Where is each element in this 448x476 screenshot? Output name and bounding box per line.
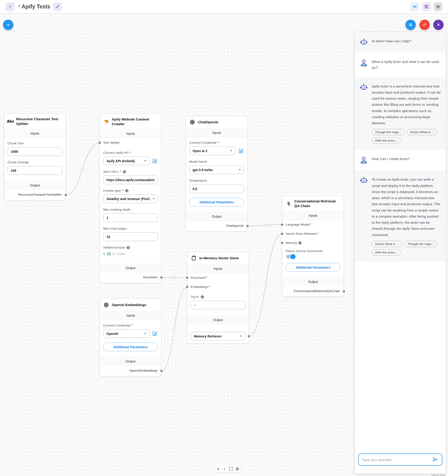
source-chip[interactable]: Though the majo... — [404, 241, 437, 247]
output-handle[interactable] — [160, 276, 162, 279]
chunk-overlap-input[interactable] — [11, 169, 59, 172]
output-handle-row: OpenAIEmbeddings — [100, 366, 161, 376]
clear-chat-button[interactable] — [420, 20, 430, 30]
edge-delete-button[interactable]: × — [264, 283, 267, 287]
max-crawl-pages-input[interactable] — [106, 235, 155, 239]
message-text: How Can I create Actor? — [372, 156, 441, 162]
chevron-down-icon — [144, 333, 146, 334]
field-label: Connect Credential* — [189, 141, 244, 144]
message-text: What is Apify Actor and what it can be u… — [372, 59, 441, 71]
additional-parameters-button[interactable]: Additional Parameters — [286, 263, 340, 272]
output-handle[interactable] — [65, 194, 67, 196]
save-flow-button[interactable] — [422, 2, 431, 11]
chevron-down-icon — [153, 198, 155, 199]
field-label: Top Ki — [191, 295, 245, 299]
info-icon: i — [298, 241, 302, 244]
chat-question-input[interactable] — [362, 458, 429, 462]
edit-icon — [238, 148, 244, 153]
output-handle[interactable] — [246, 225, 249, 227]
field-label: Return Source Documents — [286, 249, 340, 253]
field-label: Temperature — [189, 179, 244, 182]
source-chip[interactable]: After the actor... — [372, 137, 401, 144]
apify-credential-select[interactable]: Apify API drobnikj — [103, 157, 150, 165]
user-avatar-icon — [359, 59, 368, 67]
lock-icon — [235, 467, 239, 471]
edit-title-button[interactable] — [53, 2, 62, 11]
temperature-input[interactable] — [193, 187, 241, 191]
output-section-label: Output — [100, 264, 161, 272]
output-handle-row: Document — [100, 272, 161, 283]
node-recursive-text-splitter[interactable]: Abc Recursive Character Text Splitter In… — [4, 113, 66, 200]
page-title: Apify Tests — [22, 4, 50, 10]
node-title: Recursive Character Text Splitter — [16, 117, 62, 126]
pencil-icon — [55, 5, 60, 9]
input-handle[interactable] — [281, 233, 283, 235]
model-name-select[interactable]: gpt-3.5-turbo — [189, 165, 244, 174]
output-handle[interactable] — [248, 335, 250, 337]
output-type-select[interactable]: Memory Retriever — [191, 332, 245, 340]
json-expand-icon[interactable]: ▶ — [104, 253, 105, 255]
zoom-in-button[interactable]: + — [215, 465, 221, 472]
node-title: OpenAI Embeddings — [112, 303, 146, 307]
edge-delete-button[interactable]: × — [81, 167, 85, 171]
source-chip[interactable]: Though the majo... — [372, 129, 405, 135]
flow-canvas[interactable]: + ✕ Abc Recursive Character Text Splitte… — [0, 14, 448, 476]
field-label: Start URLs*i — [103, 170, 158, 173]
source-chip[interactable]: Actors What is ... — [407, 129, 437, 135]
expand-chat-button[interactable] — [405, 20, 416, 30]
edit-credential-button[interactable] — [152, 331, 158, 337]
reset-flow-button[interactable]: Reset Flow — [432, 474, 446, 476]
additional-parameters-button[interactable]: Additional Parameters — [103, 343, 158, 351]
openai-credential-select[interactable]: OpenAI — [103, 329, 150, 338]
zoom-out-button[interactable]: − — [221, 465, 228, 472]
crawler-type-select[interactable]: Stealthy web browser (Firef... — [103, 194, 158, 203]
close-chat-button[interactable]: ✕ — [433, 20, 443, 30]
input-anchor-embeddings: Embeddings* — [187, 282, 249, 291]
info-icon: i — [201, 295, 204, 299]
output-handle[interactable] — [343, 290, 345, 293]
input-handle[interactable] — [186, 277, 188, 279]
robot-avatar-icon — [359, 176, 368, 185]
input-handle[interactable] — [99, 142, 101, 144]
input-handle[interactable] — [281, 242, 283, 244]
chain-icon — [286, 201, 292, 207]
input-anchor-language-model: Language Model* — [282, 220, 344, 229]
node-conversational-retrieval-qa-chain[interactable]: Conversational Retrieval QA Chain Inputs… — [282, 196, 344, 297]
send-button[interactable] — [432, 456, 439, 463]
output-handle[interactable] — [160, 370, 162, 372]
edit-credential-button[interactable] — [238, 148, 244, 154]
openai-credential-select[interactable]: Open ai 2 — [189, 147, 235, 155]
inputs-section-label: Inputs — [282, 211, 344, 220]
back-button[interactable] — [6, 2, 15, 11]
output-section-label: Output — [282, 277, 344, 286]
node-apify-website-content-crawler[interactable]: Apify Website Content Crawler Inputs Tex… — [100, 114, 162, 283]
node-openai-embeddings[interactable]: OpenAI Embeddings Inputs Connect Credent… — [100, 299, 162, 376]
edit-credential-button[interactable] — [152, 158, 158, 164]
input-handle[interactable] — [281, 223, 283, 226]
additional-parameters-button[interactable]: Additional Parameters — [189, 198, 244, 206]
plus-icon: + — [217, 467, 219, 471]
return-source-documents-toggle[interactable] — [286, 255, 295, 258]
max-crawling-depth-input[interactable] — [106, 216, 155, 220]
settings-button[interactable] — [433, 2, 442, 11]
node-chat-openai[interactable]: ChatOpenAI Inputs Connect Credential* Op… — [186, 116, 247, 232]
inputs-section-label: Inputs — [100, 311, 161, 320]
fit-view-button[interactable] — [228, 465, 234, 472]
chunk-size-input[interactable] — [11, 150, 59, 153]
info-icon: i — [125, 189, 129, 192]
add-node-button[interactable]: + — [3, 20, 13, 30]
source-chips: Actors What is ... Though the majo... Af… — [372, 241, 441, 255]
lock-canvas-button[interactable] — [234, 465, 240, 472]
edit-icon — [152, 158, 158, 164]
chat-message-bot: Apify Actor is a serverless microservice… — [355, 77, 446, 150]
node-in-memory-vector-store[interactable]: In-Memory Vector Store Inputs Document* … — [187, 252, 249, 344]
api-code-button[interactable]: </> — [410, 2, 419, 11]
start-urls-input[interactable] — [106, 178, 155, 182]
source-chip[interactable]: After the actor... — [372, 249, 401, 255]
source-chip[interactable]: Actors What is ... — [372, 241, 402, 247]
edge-delete-button[interactable]: × — [263, 223, 267, 227]
input-handle[interactable] — [186, 286, 188, 288]
code-icon: </> — [413, 5, 416, 8]
top-k-input[interactable] — [194, 303, 242, 307]
input-anchor-vector-store-retriever: Vector Store Retriever* — [282, 229, 344, 238]
